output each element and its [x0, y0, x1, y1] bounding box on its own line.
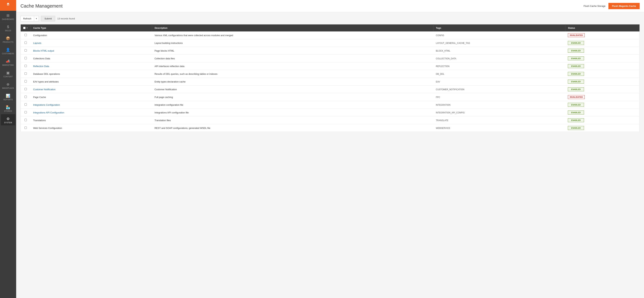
- cache-type-text: Page Cache: [33, 96, 46, 98]
- cache-type-cell: Web Services Configuration: [30, 124, 152, 132]
- tag-value: DB_DDL: [436, 73, 444, 75]
- content-area: Refresh ▼ Submit 13 records found ▼ Cach…: [16, 12, 644, 298]
- description-cell: Customer Notification: [152, 86, 434, 93]
- description-text: Translation files: [154, 119, 171, 122]
- row-select-checkbox-10[interactable]: [24, 111, 27, 114]
- submit-button[interactable]: Submit: [41, 16, 55, 22]
- row-checkbox-2: [21, 47, 31, 55]
- cache-type-cell: Reflection Data: [30, 62, 152, 70]
- table-row: EAV types and attributesEntity types dec…: [21, 78, 640, 86]
- sidebar-item-content[interactable]: ▣ CONTENT: [1, 68, 15, 80]
- table-row: ConfigurationVarious XML configurations …: [21, 32, 640, 39]
- row-select-checkbox-6[interactable]: [24, 80, 27, 82]
- status-badge: ENABLED: [568, 103, 584, 107]
- row-select-checkbox-7[interactable]: [24, 88, 27, 90]
- description-cell: Page blocks HTML: [152, 47, 434, 55]
- dashboard-icon: ⊞: [6, 13, 10, 18]
- tag-value: COLLECTION_DATA: [436, 57, 456, 60]
- select-all-checkbox[interactable]: [23, 27, 26, 29]
- tags-cell: COLLECTION_DATA: [434, 55, 566, 62]
- tags-cell: CONFIG: [434, 32, 566, 39]
- row-select-checkbox-3[interactable]: [24, 57, 27, 59]
- cache-management-table: ▼ Cache Type Description Tags Status Con…: [20, 24, 640, 132]
- row-checkbox-8: [21, 93, 31, 101]
- cache-type-link[interactable]: Blocks HTML output: [33, 50, 54, 52]
- tag-value: EAV: [436, 80, 440, 83]
- sidebar-item-marketing[interactable]: 📣 MARKETING: [1, 56, 15, 68]
- row-checkbox-5: [21, 70, 31, 78]
- row-select-checkbox-12[interactable]: [24, 126, 27, 129]
- description-text: Layout building instructions: [154, 42, 183, 44]
- mageplaza-icon: ⊕: [6, 82, 10, 86]
- sidebar-item-label-mageplaza: MAGEPLAZA: [2, 87, 14, 89]
- row-select-checkbox-11[interactable]: [24, 119, 27, 121]
- table-row: Collections DataCollection data filesCOL…: [21, 55, 640, 62]
- table-row: TranslationsTranslation filesTRANSLATEEN…: [21, 116, 640, 124]
- row-select-checkbox-9[interactable]: [24, 103, 27, 106]
- description-text: Integrations API configuration file: [154, 111, 189, 114]
- sidebar-item-label-content: CONTENT: [4, 76, 13, 78]
- status-cell: ENABLED: [565, 116, 640, 124]
- checkbox-dropdown-icon[interactable]: ▼: [26, 27, 28, 29]
- sidebar-item-dashboard[interactable]: ⊞ DASHBOARD: [1, 11, 15, 22]
- row-select-checkbox-2[interactable]: [24, 49, 27, 52]
- sidebar-item-reports[interactable]: 📊 REPORTS: [1, 91, 15, 103]
- cache-type-link[interactable]: Integrations API Configuration: [33, 111, 64, 114]
- status-badge: ENABLED: [568, 56, 584, 60]
- cache-type-link[interactable]: Customer Notification: [33, 88, 55, 91]
- tags-cell: DB_DDL: [434, 70, 566, 78]
- status-cell: ENABLED: [565, 70, 640, 78]
- description-text: Entity types declaration cache: [154, 80, 186, 83]
- row-select-checkbox-4[interactable]: [24, 65, 27, 67]
- row-select-checkbox-8[interactable]: [24, 96, 27, 98]
- sidebar-item-system[interactable]: ⚙ SYSTEM: [1, 114, 15, 126]
- tag-value: BLOCK_HTML: [436, 50, 450, 52]
- sidebar-item-label-products: PRODUCTS: [3, 41, 14, 43]
- cache-type-cell: Customer Notification: [30, 86, 152, 93]
- toolbar: Refresh ▼ Submit 13 records found: [20, 16, 640, 22]
- row-checkbox-6: [21, 78, 31, 86]
- description-text: Results of DDL queries, such as describi…: [154, 72, 218, 75]
- cache-type-text: EAV types and attributes: [33, 80, 58, 83]
- flush-magento-cache-button[interactable]: Flush Magento Cache: [608, 3, 640, 9]
- tags-cell: LAYOUT_GENERAL_CACHE_TAG: [434, 39, 566, 47]
- description-cell: Translation files: [152, 116, 434, 124]
- status-cell: ENABLED: [565, 101, 640, 109]
- cache-type-cell: Translations: [30, 116, 152, 124]
- status-badge: ENABLED: [568, 49, 584, 53]
- sidebar-item-label-marketing: MARKETING: [2, 64, 14, 66]
- tags-cell: CUSTOMER_NOTIFICATION: [434, 86, 566, 93]
- cache-type-link[interactable]: Integrations Configuration: [33, 104, 60, 106]
- tags-cell: EAV: [434, 78, 566, 86]
- sidebar-item-customers[interactable]: 👤 CUSTOMERS: [1, 45, 15, 56]
- sidebar-item-stores[interactable]: 🏪 STORES: [1, 103, 15, 114]
- refresh-dropdown-button[interactable]: ▼: [34, 16, 39, 21]
- cache-type-cell: Blocks HTML output: [30, 47, 152, 55]
- sidebar-item-products[interactable]: 📦 PRODUCTS: [1, 34, 15, 45]
- magento-logo[interactable]: [0, 0, 16, 11]
- row-select-checkbox-1[interactable]: [24, 42, 27, 44]
- row-select-checkbox-5[interactable]: [24, 72, 27, 75]
- sales-icon: $: [7, 25, 9, 29]
- tag-value: CONFIG: [436, 34, 444, 37]
- sidebar-item-sales[interactable]: $ SALES: [1, 22, 15, 34]
- customers-icon: 👤: [6, 48, 10, 52]
- description-cell: Full page caching: [152, 93, 434, 101]
- status-cell: ENABLED: [565, 39, 640, 47]
- sidebar-item-mageplaza[interactable]: ⊕ MAGEPLAZA: [1, 80, 15, 91]
- tags-cell: INTEGRATION: [434, 101, 566, 109]
- status-cell: ENABLED: [565, 109, 640, 116]
- sidebar: ⊞ DASHBOARD $ SALES 📦 PRODUCTS 👤 CUSTOME…: [0, 0, 16, 298]
- sidebar-item-label-sales: SALES: [5, 30, 11, 32]
- flush-cache-storage-link[interactable]: Flush Cache Storage: [584, 5, 606, 7]
- description-cell: Integrations API configuration file: [152, 109, 434, 116]
- cache-type-link[interactable]: Reflection Data: [33, 65, 49, 68]
- tags-cell: TRANSLATE: [434, 116, 566, 124]
- description-text: Integration configuration file: [154, 104, 183, 106]
- cache-type-link[interactable]: Layouts: [33, 42, 41, 44]
- status-cell: ENABLED: [565, 55, 640, 62]
- sidebar-item-label-reports: REPORTS: [4, 99, 13, 101]
- refresh-button[interactable]: Refresh: [21, 16, 34, 21]
- row-select-checkbox-0[interactable]: [24, 34, 27, 36]
- description-cell: Collection data files: [152, 55, 434, 62]
